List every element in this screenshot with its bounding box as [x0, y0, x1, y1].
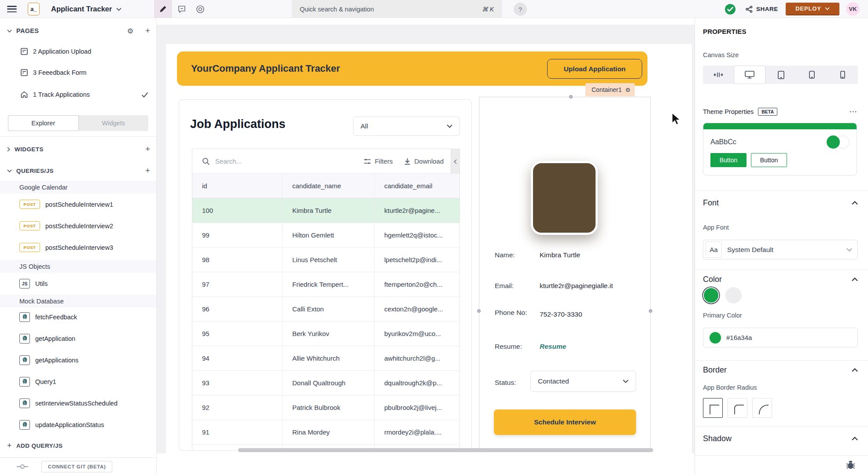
- resize-handle-right[interactable]: [649, 309, 652, 313]
- tab-explorer[interactable]: Explorer: [8, 115, 79, 131]
- table-row[interactable]: 98 Linus Petschelt lpetschelt2p@indi...: [192, 248, 460, 272]
- font-section-header[interactable]: Font: [703, 198, 858, 208]
- column-header-candidate-email[interactable]: candidate_email: [375, 174, 460, 198]
- border-radius-sharp[interactable]: [703, 398, 723, 418]
- table-row[interactable]: 91 Rina Mordey rmordey2i@plala....: [192, 420, 460, 445]
- resize-handle-left[interactable]: [477, 309, 481, 313]
- js-icon: JS: [19, 279, 30, 289]
- sidebar-page-track-applications[interactable]: 1 Track Applications: [0, 84, 156, 105]
- share-button[interactable]: SHARE: [746, 0, 778, 18]
- container1-widget-tag[interactable]: Container1 ⚙: [585, 83, 635, 96]
- widget-settings-icon[interactable]: ⚙: [625, 87, 631, 93]
- border-section-header[interactable]: Border: [703, 365, 858, 375]
- status-select[interactable]: Contacted: [530, 371, 636, 392]
- canvas-size-tablet-large[interactable]: [765, 66, 796, 84]
- table-row[interactable]: 94 Allie Whitchurch awhitchurch2l@g...: [192, 346, 460, 371]
- color-section-header[interactable]: Color: [703, 275, 858, 284]
- table-row[interactable]: 99 Hilton Gemlett hgemlett2q@istoc...: [192, 223, 460, 248]
- debug-button[interactable]: [846, 460, 856, 470]
- js-object-utils[interactable]: JS Utils: [0, 273, 156, 294]
- table-row[interactable]: 96 Calli Exton cexton2n@google...: [192, 297, 460, 322]
- theme-preview-card[interactable]: AaBbCc Button Button: [703, 123, 857, 175]
- shadow-section-header[interactable]: Shadow: [703, 434, 858, 443]
- quick-search-input[interactable]: Quick search & navigation ⌘ K: [292, 0, 502, 18]
- app-title-menu[interactable]: Applicant Tracker: [51, 0, 121, 18]
- query-label: updateApplicationStatus: [35, 421, 104, 428]
- help-button[interactable]: ?: [514, 3, 527, 16]
- canvas-size-mobile[interactable]: [827, 66, 858, 84]
- query-getApplications[interactable]: getApplications: [0, 349, 156, 371]
- add-page-icon[interactable]: +: [145, 24, 150, 37]
- column-header-id[interactable]: id: [192, 174, 283, 198]
- query-Query1[interactable]: Query1: [0, 371, 156, 392]
- canvas-size-tablet[interactable]: [796, 66, 827, 84]
- query-postScheduleInterview1[interactable]: POST postScheduleInterview1: [0, 194, 156, 215]
- border-radius-curved[interactable]: [752, 398, 772, 418]
- table-row[interactable]: 95 Berk Yurikov byurikov2m@uco...: [192, 322, 460, 346]
- git-bottom-bar: CONNECT GIT (BETA): [0, 457, 157, 475]
- primary-color-input[interactable]: #16a34a: [703, 328, 858, 347]
- schedule-interview-button[interactable]: Schedule Interview: [494, 409, 636, 435]
- pages-section-header[interactable]: PAGES ⚙ +: [0, 24, 156, 37]
- app-font-select[interactable]: Aa System Default: [703, 240, 858, 259]
- plus-icon: +: [7, 441, 12, 450]
- connect-git-button[interactable]: CONNECT GIT (BETA): [41, 461, 112, 472]
- query-setInterviewStatusScheduled[interactable]: setInterviewStatusScheduled: [0, 392, 156, 414]
- border-radius-rounded[interactable]: [728, 398, 747, 418]
- canvas-size-fluid[interactable]: [703, 66, 734, 84]
- app-header-banner[interactable]: YourCompany Applicant Tracker Upload App…: [177, 51, 647, 86]
- hamburger-menu-icon[interactable]: [7, 6, 17, 12]
- filters-button[interactable]: Filters: [364, 157, 393, 165]
- add-widget-icon[interactable]: +: [145, 142, 150, 157]
- color-swatch-gray[interactable]: [725, 287, 742, 303]
- edit-mode-button[interactable]: [154, 0, 172, 18]
- table-search-input[interactable]: Search...: [215, 157, 364, 165]
- query-postScheduleInterview2[interactable]: POST postScheduleInterview2: [0, 215, 156, 237]
- cell-email: byurikov2m@uco...: [375, 322, 460, 346]
- comment-mode-button[interactable]: [174, 0, 189, 18]
- sidebar-page-application-upload[interactable]: 2 Application Upload: [0, 41, 156, 62]
- page-label: 2 Application Upload: [33, 48, 91, 55]
- pages-header-label: PAGES: [16, 27, 39, 34]
- upload-application-button[interactable]: Upload Application: [547, 59, 642, 79]
- add-query-js-button[interactable]: + ADD QUERY/JS: [7, 438, 63, 453]
- chevron-down-icon: [116, 7, 121, 11]
- query-updateApplicationStatus[interactable]: updateApplicationStatus: [0, 414, 156, 435]
- query-getApplication[interactable]: getApplication: [0, 328, 156, 349]
- add-query-icon[interactable]: +: [145, 163, 150, 178]
- tab-widgets[interactable]: Widgets: [79, 115, 149, 131]
- widgets-section-header[interactable]: WIDGETS +: [0, 142, 156, 157]
- table-collapse-button[interactable]: [451, 149, 460, 174]
- canvas-size-label: Canvas Size: [703, 51, 739, 58]
- query-postScheduleInterview3[interactable]: POST postScheduleInterview3: [0, 237, 156, 258]
- cell-name: Berk Yurikov: [283, 322, 375, 346]
- user-avatar[interactable]: VK: [846, 2, 860, 16]
- column-header-candidate-name[interactable]: candidate_name: [283, 174, 375, 198]
- email-link[interactable]: kturtle2r@paginegialle.it: [540, 282, 613, 290]
- status-filter-select[interactable]: All: [353, 117, 460, 136]
- share-label: SHARE: [756, 6, 778, 12]
- query-fetchFeedback[interactable]: fetchFeedback: [0, 306, 156, 328]
- table-row[interactable]: 100 Kimbra Turtle kturtle2r@pagine...: [192, 198, 460, 223]
- table-row[interactable]: 92 Patrick Bulbrook pbulbrook2j@livej...: [192, 395, 460, 420]
- theme-button-primary: Button: [710, 153, 747, 167]
- theme-options-menu[interactable]: ⋯: [849, 107, 858, 117]
- download-button[interactable]: Download: [404, 157, 444, 165]
- cell-id: 96: [192, 297, 283, 321]
- horizontal-scrollbar[interactable]: [238, 448, 653, 452]
- queries-section-header[interactable]: QUERIES/JS +: [0, 163, 156, 178]
- preview-mode-button[interactable]: [193, 0, 208, 18]
- canvas-size-desktop[interactable]: [734, 66, 765, 84]
- color-section-label: Color: [703, 275, 722, 284]
- search-placeholder: Quick search & navigation: [300, 6, 477, 13]
- resize-handle-top[interactable]: [569, 95, 573, 99]
- deploy-button[interactable]: DEPLOY: [786, 3, 839, 15]
- resume-link[interactable]: Resume: [540, 343, 566, 351]
- sidebar-page-feedback-form[interactable]: 3 Feeedback Form: [0, 62, 156, 83]
- pages-settings-icon[interactable]: ⚙: [127, 24, 133, 37]
- cell-name: Friedrick Tempert...: [283, 272, 375, 296]
- candidate-detail-container[interactable]: Name: Kimbra Turtle Email: kturtle2r@pag…: [479, 97, 651, 451]
- table-row[interactable]: 97 Friedrick Tempert... ftemperton2o@ch.…: [192, 272, 460, 297]
- color-swatch-green-selected[interactable]: [703, 287, 719, 303]
- table-row[interactable]: 93 Donall Qualtrough dqualtrough2k@p...: [192, 371, 460, 395]
